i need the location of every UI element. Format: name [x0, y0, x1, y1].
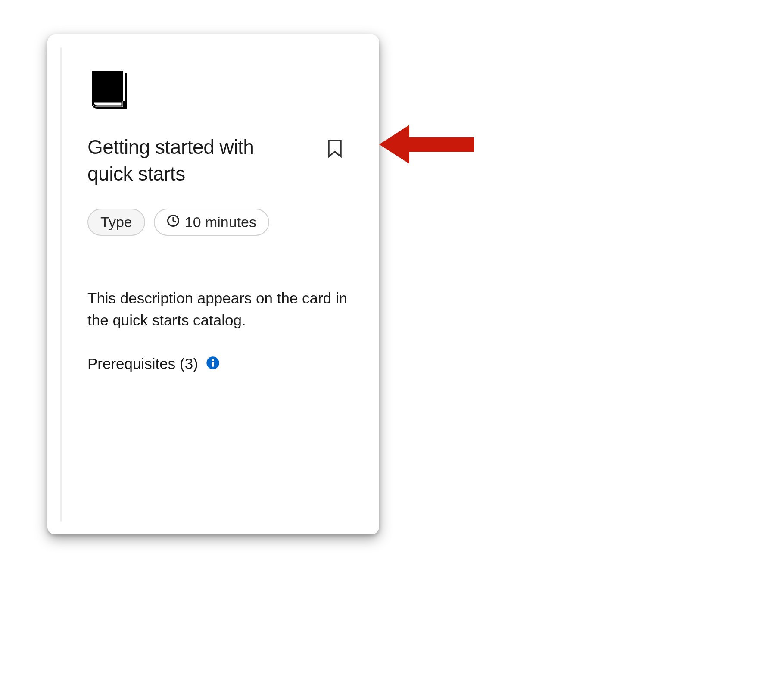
bookmark-button[interactable] [325, 137, 345, 160]
prerequisites-row: Prerequisites (3) [87, 355, 349, 372]
quickstart-card[interactable]: Getting started with quick starts Type [47, 34, 379, 534]
card-description: This description appears on the card in … [87, 288, 349, 331]
badge-row: Type 10 minutes [87, 209, 349, 236]
card-content: Getting started with quick starts Type [60, 47, 366, 522]
clock-icon [167, 214, 180, 231]
svg-point-2 [212, 359, 214, 361]
info-icon [206, 356, 220, 371]
prerequisites-info-button[interactable] [206, 356, 220, 371]
svg-rect-3 [212, 362, 214, 367]
book-icon [87, 69, 349, 112]
type-badge-label: Type [100, 214, 132, 231]
card-title: Getting started with quick starts [87, 134, 303, 187]
duration-badge-label: 10 minutes [185, 214, 256, 231]
title-row: Getting started with quick starts [87, 134, 349, 187]
bookmark-icon [327, 140, 342, 158]
prerequisites-label: Prerequisites (3) [87, 355, 198, 372]
duration-badge: 10 minutes [154, 209, 269, 236]
type-badge: Type [87, 209, 145, 236]
